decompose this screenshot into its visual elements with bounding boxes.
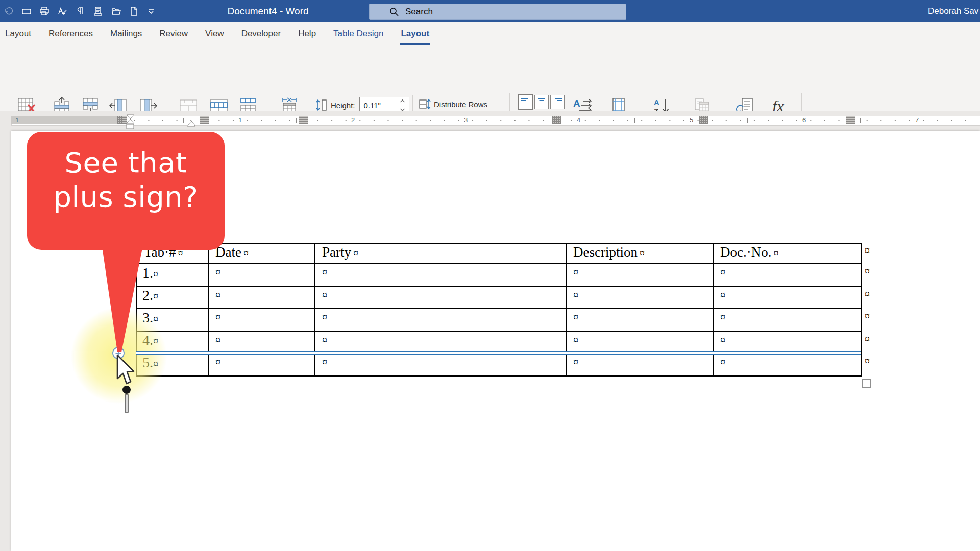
distribute-rows-button[interactable]: Distribute Rows [419,98,487,110]
end-of-cell-marker: ¤ [322,334,327,345]
customize-quick-access-toolbar-icon[interactable] [146,6,156,16]
table-header-cell[interactable]: Party¤ [315,244,567,264]
open-icon[interactable] [110,6,121,17]
tab-references[interactable]: References [48,22,93,45]
search-box[interactable]: Search [369,4,626,20]
end-of-cell-marker: ¤ [720,312,725,323]
table-cell[interactable]: ¤ [315,309,567,332]
tab-developer[interactable]: Developer [241,22,281,45]
height-spin-up-icon[interactable] [400,99,405,104]
end-of-cell-marker: ¤ [573,289,578,300]
end-of-cell-marker: ¤ [215,357,220,368]
account-name[interactable]: Deborah Sav [928,0,980,22]
align-top-left-button[interactable] [518,94,533,110]
new-document-icon[interactable] [128,6,139,17]
table-cell[interactable]: ¤ [209,264,315,287]
undo-icon[interactable] [3,6,14,17]
word-window: Document4 - Word Search Deborah Sav Layo… [0,0,980,551]
search-icon [389,7,399,17]
end-of-row-marker: ¤ [865,245,870,257]
end-of-cell-marker: ¤ [573,312,578,323]
spelling-grammar-icon[interactable] [57,6,68,17]
tab-view[interactable]: View [205,22,224,45]
end-of-cell-marker: ¤ [573,267,578,278]
end-of-cell-marker: ¤ [322,289,327,300]
hanging-indent-marker[interactable] [187,119,196,129]
indent-markers[interactable] [126,114,135,133]
column-boundary-marker[interactable] [552,116,561,124]
end-of-cell-marker: ¤ [215,267,220,278]
end-of-cell-marker: ¤ [720,357,725,368]
end-of-cell-marker: ¤ [153,291,158,302]
callout-text-line1: See that [27,145,225,180]
table-cell[interactable]: ¤ [714,354,862,377]
table-cell[interactable]: ¤ [315,354,567,377]
end-of-row-marker: ¤ [865,288,870,300]
table-cell[interactable]: ¤ [567,354,714,377]
ruler-number: 2 [349,116,357,124]
table-header-cell[interactable]: Description¤ [567,244,714,264]
height-label: Height: [331,101,355,110]
ruler-number: 6 [800,116,808,124]
table-cell[interactable]: ¤ [567,264,714,287]
tab-layout[interactable]: Layout [5,22,31,45]
tab-mailings[interactable]: Mailings [110,22,142,45]
table-header-cell[interactable]: Doc.·No.¤ [714,244,862,264]
end-of-row-marker: ¤ [865,333,870,345]
table-cell[interactable]: ¤ [209,354,315,377]
end-of-cell-marker: ¤ [720,267,725,278]
column-boundary-marker[interactable] [846,116,855,124]
end-of-cell-marker: ¤ [322,267,327,278]
end-of-cell-marker: ¤ [322,357,327,368]
table-resize-handle[interactable] [862,379,871,388]
row-height-icon [315,98,328,112]
quick-print-icon[interactable] [39,6,50,17]
distribute-rows-icon [419,98,431,110]
callout-text-line2: plus sign? [27,180,225,214]
table-cell[interactable]: ¤ [315,264,567,287]
ruler-margin-area [11,116,124,124]
callout-bubble: See that plus sign? [27,132,225,250]
column-boundary-marker[interactable] [699,116,708,124]
tab-help[interactable]: Help [298,22,316,45]
end-of-cell-marker: ¤ [322,312,327,323]
end-of-cell-marker: ¤ [720,289,725,300]
ruler-number: 3 [462,116,470,124]
tab-review[interactable]: Review [159,22,188,45]
end-of-cell-marker: ¤ [720,334,725,345]
column-boundary-marker[interactable] [299,116,308,124]
document-table[interactable]: Tab·#¤ Date¤ Party¤ Description¤ Doc.·No… [136,243,862,377]
table-cell[interactable]: ¤ [209,287,315,309]
ribbon-tab-strip: Layout References Mailings Review View D… [0,22,980,45]
end-of-row-marker: ¤ [865,311,870,322]
align-top-right-button[interactable] [550,95,565,109]
height-value: 0.11" [360,101,398,110]
table-cell[interactable]: ¤ [567,287,714,309]
end-of-cell-marker: ¤ [573,357,578,368]
quick-access-toolbar [3,0,156,22]
table-cell[interactable]: ¤ [209,309,315,332]
svg-text:A: A [654,98,659,107]
end-of-row-marker: ¤ [865,266,870,278]
svg-text:A: A [573,98,580,109]
ruler-number: 4 [575,116,582,124]
table-cell[interactable]: ¤ [714,287,862,309]
ruler-number: 7 [913,116,921,124]
table-cell[interactable]: ¤ [714,309,862,332]
table-cell[interactable]: ¤ [567,309,714,332]
ruler-number: 1 [236,116,244,124]
tab-table-layout[interactable]: Layout [401,22,429,45]
end-of-cell-marker: ¤ [353,247,358,259]
touch-mouse-mode-icon[interactable] [21,6,32,17]
end-of-cell-marker: ¤ [153,268,158,280]
ruler-number: 5 [688,116,695,124]
column-boundary-marker[interactable] [200,116,209,124]
table-cell[interactable]: ¤ [714,264,862,287]
search-placeholder: Search [405,7,433,17]
tab-table-design[interactable]: Table Design [333,22,383,45]
formatting-marks-icon[interactable] [75,6,86,17]
table-cell[interactable]: ¤ [315,287,567,309]
align-top-center-button[interactable] [534,95,549,109]
table-header-cell[interactable]: Date¤ [209,244,315,264]
print-preview-icon[interactable] [92,6,104,17]
